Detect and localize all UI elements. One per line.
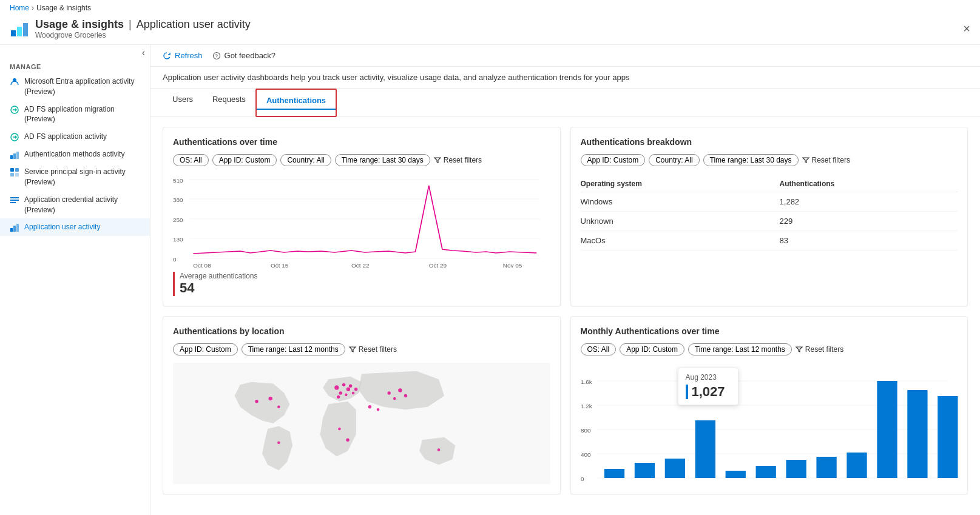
- location-filter-appid[interactable]: App ID: Custom: [173, 343, 238, 355]
- page-title-main: Usage & insights: [35, 18, 124, 31]
- location-reset-filters[interactable]: Reset filters: [349, 345, 397, 354]
- svg-rect-76: [847, 453, 867, 478]
- auth-breakdown-title: Authentications breakdown: [581, 137, 958, 147]
- app-icon: [10, 19, 29, 39]
- svg-point-54: [338, 428, 341, 431]
- tooltip-month: Aug 2023: [686, 373, 731, 382]
- svg-point-36: [334, 385, 339, 389]
- filter-time-range[interactable]: Time range: Last 30 days: [335, 154, 430, 166]
- sidebar-item-adfs-migration[interactable]: AD FS application migration (Preview): [0, 101, 150, 129]
- feedback-label: Got feedback?: [225, 51, 276, 60]
- filter-appid-custom[interactable]: App ID: Custom: [212, 154, 277, 166]
- person-icon: [10, 77, 19, 87]
- breadcrumb-separator: ›: [32, 4, 34, 12]
- monthly-filter-os[interactable]: OS: All: [581, 343, 617, 355]
- svg-rect-72: [725, 471, 745, 478]
- filter-country-all[interactable]: Country: All: [280, 154, 331, 166]
- svg-point-46: [398, 388, 402, 392]
- svg-rect-1: [17, 27, 22, 36]
- sidebar-item-service-principal[interactable]: Service principal sign-in activity (Prev…: [0, 163, 150, 191]
- monthly-chart-container: 0 400 800 1.2k 1.6k: [581, 363, 958, 484]
- sidebar-item-entra-app[interactable]: Microsoft Entra application activity (Pr…: [0, 73, 150, 101]
- map-container: [173, 363, 550, 484]
- os-windows: Windows: [581, 192, 780, 212]
- monthly-chart: 0 400 800 1.2k 1.6k: [581, 363, 958, 484]
- close-button[interactable]: ×: [963, 22, 970, 36]
- col-auths: Authentications: [780, 176, 958, 192]
- svg-text:0: 0: [581, 476, 584, 482]
- tooltip-bar-indicator: [686, 385, 688, 399]
- tooltip-value-container: 1,027: [686, 384, 731, 400]
- svg-text:510: 510: [173, 177, 183, 183]
- svg-point-37: [342, 383, 345, 386]
- count-unknown: 229: [780, 212, 958, 231]
- svg-rect-77: [877, 381, 897, 478]
- auth-breakdown-card: Authentications breakdown App ID: Custom…: [570, 127, 968, 306]
- svg-rect-16: [10, 228, 13, 232]
- svg-point-42: [337, 396, 340, 399]
- svg-rect-73: [755, 466, 776, 478]
- filter-os-all[interactable]: OS: All: [173, 154, 209, 166]
- tab-users[interactable]: Users: [163, 89, 203, 116]
- refresh-button[interactable]: Refresh: [163, 51, 203, 60]
- svg-point-53: [377, 408, 380, 411]
- sidebar-collapse-button[interactable]: ‹: [142, 47, 145, 58]
- auth-by-location-title: Authentications by location: [173, 326, 550, 336]
- breakdown-filter-country[interactable]: Country: All: [649, 154, 699, 166]
- tab-requests[interactable]: Requests: [203, 89, 255, 116]
- sidebar-item-app-user-activity[interactable]: Application user activity: [0, 218, 150, 236]
- os-unknown: Unknown: [581, 212, 780, 231]
- svg-rect-68: [604, 469, 624, 478]
- auth-over-time-card: Authentications over time OS: All App ID…: [163, 127, 561, 306]
- svg-rect-10: [15, 168, 19, 172]
- feedback-icon: [212, 52, 221, 60]
- location-filters: App ID: Custom Time range: Last 12 month…: [173, 343, 550, 355]
- reset-filters-button[interactable]: Reset filters: [434, 156, 482, 164]
- monthly-filter-time[interactable]: Time range: Last 12 months: [688, 343, 792, 355]
- adfs-icon: [10, 132, 19, 142]
- breakdown-filter-appid[interactable]: App ID: Custom: [581, 154, 646, 166]
- svg-rect-79: [938, 396, 958, 478]
- feedback-button[interactable]: Got feedback?: [212, 51, 276, 60]
- lines-icon: [10, 195, 19, 205]
- svg-point-43: [352, 392, 355, 395]
- svg-rect-74: [786, 460, 806, 478]
- svg-text:Oct 22: Oct 22: [351, 262, 369, 268]
- svg-rect-69: [634, 463, 654, 478]
- svg-point-56: [277, 442, 280, 445]
- monthly-reset-filters[interactable]: Reset filters: [796, 345, 843, 354]
- location-filter-icon: [349, 346, 356, 353]
- sidebar-item-adfs-activity[interactable]: AD FS application activity: [0, 128, 150, 146]
- tooltip-value: 1,027: [692, 384, 725, 400]
- breadcrumb-home[interactable]: Home: [10, 4, 29, 12]
- page-title-sub: Application user activity: [137, 18, 251, 31]
- sidebar-item-auth-methods[interactable]: Authentication methods activity: [0, 146, 150, 163]
- auth-over-time-filters: OS: All App ID: Custom Country: All Time…: [173, 154, 550, 166]
- breakdown-table: Operating system Authentications Windows…: [581, 176, 958, 251]
- svg-text:Oct 08: Oct 08: [193, 262, 211, 268]
- svg-rect-78: [907, 390, 927, 478]
- breakdown-reset-filters[interactable]: Reset filters: [802, 156, 850, 164]
- os-macos: MacOs: [581, 231, 780, 251]
- svg-point-57: [438, 448, 441, 451]
- breakdown-filter-time[interactable]: Time range: Last 30 days: [703, 154, 799, 166]
- svg-point-38: [346, 387, 350, 391]
- auth-over-time-title: Authentications over time: [173, 137, 550, 147]
- sidebar-item-auth-methods-label: Authentication methods activity: [24, 149, 124, 160]
- sidebar-item-app-credential-label: Application credential activity (Preview…: [24, 195, 140, 215]
- org-name: Woodgrove Groceries: [35, 31, 251, 39]
- title-separator: |: [129, 18, 132, 31]
- location-filter-time[interactable]: Time range: Last 12 months: [242, 343, 345, 355]
- svg-point-50: [269, 397, 272, 400]
- monthly-filter-appid[interactable]: App ID: Custom: [620, 343, 684, 355]
- tab-authentications-label: Authentications: [266, 96, 326, 105]
- svg-rect-2: [23, 23, 28, 36]
- arrow-icon: [10, 105, 19, 115]
- svg-rect-0: [11, 30, 16, 36]
- svg-text:1.6k: 1.6k: [581, 379, 592, 385]
- svg-rect-75: [816, 457, 836, 478]
- refresh-icon: [163, 52, 171, 60]
- sidebar-item-app-credential[interactable]: Application credential activity (Preview…: [0, 191, 150, 219]
- tab-authentications[interactable]: Authentications: [255, 89, 337, 117]
- sidebar-item-entra-label: Microsoft Entra application activity (Pr…: [24, 76, 140, 97]
